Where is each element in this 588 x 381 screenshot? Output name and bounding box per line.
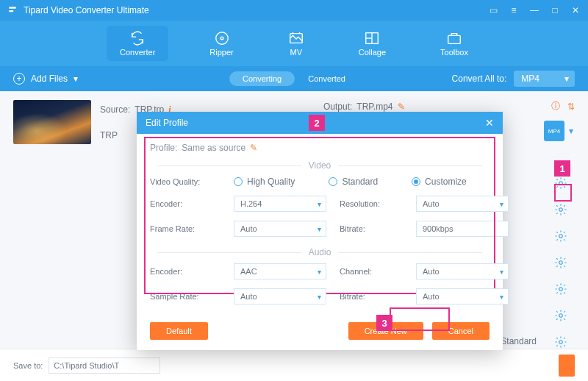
channel-select[interactable]: Auto (416, 263, 509, 279)
plus-icon: + (13, 73, 25, 85)
compress-icon[interactable]: ⇅ (567, 102, 575, 112)
callout-2: 2 (309, 115, 325, 131)
settings-gear-icon[interactable] (554, 309, 567, 322)
maximize-icon[interactable]: □ (550, 5, 560, 15)
item-name: TRP (100, 130, 118, 140)
app-logo-icon (7, 5, 18, 15)
settings-gear-icon[interactable] (554, 256, 567, 269)
convert-all-format-select[interactable]: MP4 (514, 71, 575, 87)
settings-gear-icon[interactable] (554, 335, 567, 349)
tab-mv[interactable]: MV (275, 26, 318, 61)
settings-gear-icon[interactable] (554, 282, 567, 296)
tab-toolbox[interactable]: Toolbox (427, 26, 481, 61)
samplerate-label: Sample Rate: (150, 292, 220, 301)
quality-customize-radio[interactable]: Customize (412, 177, 467, 187)
svg-point-10 (559, 314, 563, 318)
format-badge[interactable]: MP4 (544, 121, 564, 141)
callout-3-highlight (390, 307, 450, 331)
resolution-select[interactable]: Auto (416, 196, 509, 212)
quality-standard-radio[interactable]: Standard (329, 177, 378, 187)
tab-ripper[interactable]: Ripper (196, 26, 246, 61)
profile-value: Same as source (182, 143, 245, 153)
video-bitrate-label: Bitrate: (340, 224, 403, 233)
save-to-label: Save to: (13, 361, 43, 370)
default-button[interactable]: Default (150, 322, 208, 340)
add-files-button[interactable]: + Add Files ▾ (13, 73, 78, 85)
callout-1-highlight (554, 184, 572, 202)
svg-point-9 (559, 288, 563, 291)
svg-point-11 (559, 341, 563, 344)
close-dialog-icon[interactable]: ✕ (485, 117, 494, 129)
convert-all-to-label: Convert All to: (452, 74, 507, 84)
info-orange-icon[interactable]: ⓘ (551, 100, 560, 113)
audio-bitrate-label: Bitrate: (340, 292, 403, 301)
framerate-select[interactable]: Auto (234, 221, 326, 237)
dialog-title: Edit Profile (146, 118, 188, 128)
tab-converter[interactable]: Converter (107, 26, 168, 61)
audio-encoder-label: Encoder: (150, 267, 220, 276)
settings-gear-icon[interactable] (554, 229, 567, 243)
output-file: TRP.mp4 (356, 102, 392, 112)
tab-collage[interactable]: Collage (345, 26, 399, 61)
svg-point-8 (559, 261, 563, 265)
menu-icon[interactable]: ≡ (509, 5, 519, 15)
settings-gear-icon[interactable] (554, 203, 567, 216)
edit-output-icon[interactable]: ✎ (398, 102, 405, 112)
video-encoder-select[interactable]: H.264 (234, 196, 326, 212)
video-quality-label: Video Quality: (150, 177, 220, 186)
callout-1: 1 (554, 160, 570, 177)
feedback-icon[interactable]: ▭ (488, 5, 498, 15)
video-thumbnail[interactable] (13, 100, 91, 144)
framerate-label: Frame Rate: (150, 224, 220, 233)
svg-point-6 (559, 208, 563, 212)
svg-point-1 (220, 37, 223, 40)
tab-converting[interactable]: Converting (229, 71, 295, 86)
sub-toolbar: + Add Files ▾ Converting Converted Conve… (0, 66, 588, 91)
minimize-icon[interactable]: — (529, 5, 539, 15)
app-title: Tipard Video Converter Ultimate (24, 5, 488, 15)
callout-3: 3 (376, 315, 392, 331)
video-bitrate-input[interactable] (416, 221, 509, 237)
edit-profile-name-icon[interactable]: ✎ (250, 143, 257, 153)
audio-section-heading: Audio (309, 247, 331, 257)
video-encoder-label: Encoder: (150, 199, 220, 208)
svg-point-0 (215, 32, 228, 45)
profile-label: Profile: (150, 143, 177, 153)
close-window-icon[interactable]: ✕ (570, 5, 581, 15)
chevron-down-icon: ▾ (74, 74, 78, 84)
svg-point-7 (559, 235, 563, 238)
audio-encoder-select[interactable]: AAC (234, 263, 326, 279)
main-toolbar: Converter Ripper MV Collage Toolbox (0, 21, 588, 66)
source-label: Source: (100, 104, 130, 115)
video-section-heading: Video (309, 160, 331, 171)
svg-rect-4 (448, 35, 461, 43)
audio-bitrate-select[interactable]: Auto (416, 288, 509, 305)
bottom-bar: Save to: (0, 349, 588, 381)
titlebar: Tipard Video Converter Ultimate ▭ ≡ — □ … (0, 0, 588, 21)
format-chevron-icon[interactable]: ▾ (569, 126, 573, 136)
quality-high-radio[interactable]: High Quality (234, 177, 295, 187)
samplerate-select[interactable]: Auto (234, 288, 326, 305)
convert-button[interactable] (559, 355, 575, 377)
save-to-input[interactable] (49, 357, 160, 374)
resolution-label: Resolution: (340, 199, 403, 208)
channel-label: Channel: (340, 267, 403, 276)
tab-converted[interactable]: Converted (295, 71, 359, 86)
output-label: Output: (323, 102, 352, 112)
